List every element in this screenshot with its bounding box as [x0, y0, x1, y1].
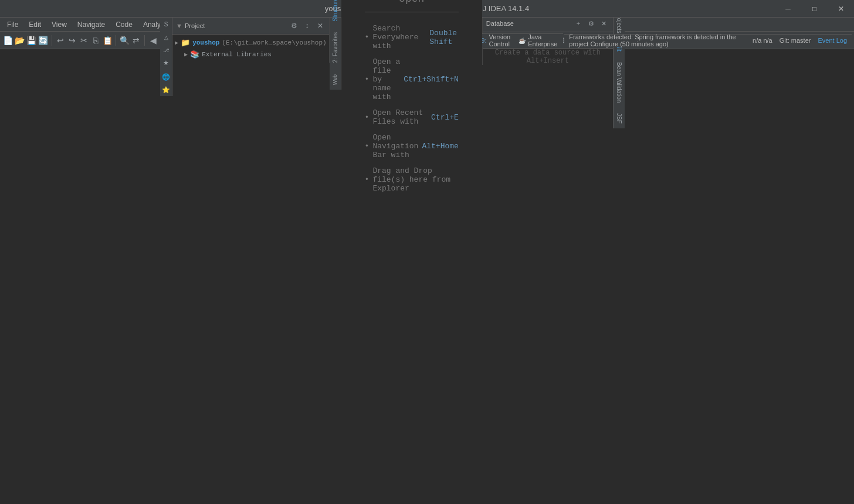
left-vtabs: Structure 2: Favorites Web — [330, 0, 341, 90]
sep1 — [52, 35, 52, 46]
vtab-favorites[interactable]: 2: Favorites — [330, 28, 341, 67]
database-header: Database + ⚙ ✕ — [483, 16, 613, 32]
sidebar-star-icon[interactable]: ⭐ — [160, 84, 172, 96]
status-right: n/a n/a Git: master Event Log — [753, 37, 847, 44]
replace-btn[interactable]: ⇄ — [131, 33, 141, 47]
menu-code[interactable]: Code — [111, 19, 137, 30]
sidebar-structure-icon[interactable]: S — [160, 19, 172, 30]
hint-drag-text: Drag and Drop file(s) here from Explorer — [372, 166, 458, 193]
tree-lib-icon: 📚 — [190, 50, 199, 59]
status-position: n/a n/a — [753, 37, 772, 44]
project-panel: ▼ Project ⚙ ↕ ✕ ▶ 📁 youshop (E:\git_work… — [172, 18, 329, 63]
copy-btn[interactable]: ⎘ — [90, 33, 101, 47]
tomcat-btn[interactable]: J 1 S △ ⎇ ★ 🌐 ⭐ ▼ Project ⚙ ↕ ✕ ▶ 📁 yous… — [385, 33, 399, 47]
menu-navigate[interactable]: Navigate — [73, 19, 110, 30]
db-close-btn[interactable]: ✕ — [599, 18, 609, 29]
right-vtabs: Ant Build Maven Projects Git Bean Valida… — [613, 0, 625, 128]
undo-btn[interactable]: ↩ — [55, 33, 65, 47]
project-dropdown-icon: ▼ — [176, 22, 182, 29]
project-settings-gear-icon[interactable]: ⚙ — [289, 21, 300, 31]
open-btn[interactable]: 📂 — [14, 33, 25, 47]
sep2 — [116, 35, 116, 46]
database-title: Database — [486, 20, 571, 27]
db-add-btn[interactable]: + — [573, 18, 584, 29]
menu-file[interactable]: File — [2, 19, 23, 30]
new-file-btn[interactable]: 📄 — [2, 33, 13, 47]
hint-search: • Search Everywhere with Double Shift — [365, 24, 459, 50]
save-btn[interactable]: 💾 — [26, 33, 36, 47]
database-content: Create a data source with Alt+Insert — [483, 49, 613, 65]
tree-ext-arrow-icon: ▶ — [184, 51, 188, 58]
no-files-title: No files are open — [365, 0, 459, 12]
sep3 — [144, 35, 145, 46]
btool-vcs[interactable]: 9: Version Control — [477, 32, 514, 49]
close-button[interactable]: ✕ — [828, 0, 854, 18]
hint-recent: • Open Recent Files with Ctrl+E — [365, 108, 459, 126]
nav-back-btn[interactable]: ◀ — [148, 33, 158, 47]
hint-key-open: Ctrl+Shift+N — [404, 75, 459, 84]
tree-root-path: (E:\git_work_space\youshop) — [222, 39, 326, 46]
hint-nav-bar: • Open Navigation Bar with Alt+Home — [365, 133, 459, 159]
minimize-button[interactable]: ─ — [775, 0, 801, 18]
no-files-container: No files are open • Search Everywhere wi… — [341, 0, 482, 205]
menu-view[interactable]: View — [47, 19, 72, 30]
paste-btn[interactable]: 📋 — [102, 33, 113, 47]
tree-root-name: youshop — [192, 39, 219, 46]
rvtab-jsf[interactable]: JSF — [614, 108, 625, 128]
menu-edit[interactable]: Edit — [24, 19, 46, 30]
cut-btn[interactable]: ✂ — [79, 33, 89, 47]
sync-btn[interactable]: 🔄 — [38, 33, 49, 47]
project-collapse-icon[interactable]: ↕ — [302, 21, 313, 31]
window-controls: ─ □ ✕ — [775, 0, 854, 18]
hint-drag-drop: • Drag and Drop file(s) here from Explor… — [365, 166, 459, 193]
hint-key-recent: Ctrl+E — [431, 113, 459, 122]
status-bar: Frameworks detected: Spring framework is… — [564, 34, 852, 47]
hint-open-file: • Open a file by name with Ctrl+Shift+N — [365, 57, 459, 101]
rvtab-bean[interactable]: Bean Validation — [614, 57, 625, 107]
toolbar: 📄 📂 💾 🔄 ↩ ↪ ✂ ⎘ 📋 🔍 ⇄ ◀ ▶ ● youshop [tom… — [0, 32, 854, 49]
tree-root-arrow-icon: ▶ — [175, 39, 178, 46]
vtab-structure[interactable]: Structure — [330, 0, 341, 26]
vtab-web[interactable]: Web — [330, 70, 340, 90]
project-tree: ▶ 📁 youshop (E:\git_work_space\youshop) … — [172, 35, 328, 63]
sidebar-fav-icon[interactable]: ★ — [160, 57, 172, 69]
redo-btn[interactable]: ↪ — [67, 33, 77, 47]
btool-java-ee[interactable]: ☕ Java Enterprise — [515, 32, 561, 49]
sidebar-git-icon[interactable]: ⎇ — [160, 45, 172, 56]
status-git: Git: master — [780, 37, 811, 44]
event-log-link[interactable]: Event Log — [818, 37, 847, 44]
tree-ext-libs-label: External Libraries — [202, 51, 272, 58]
tree-folder-icon: 📁 — [181, 38, 190, 47]
hint-key-navbar: Alt+Home — [422, 142, 458, 151]
maximize-button[interactable]: □ — [801, 0, 828, 18]
find-btn[interactable]: 🔍 — [119, 33, 130, 47]
sidebar-changes-icon[interactable]: △ — [160, 32, 172, 43]
database-hint: Create a data source with Alt+Insert — [483, 49, 613, 65]
editor-area: J ) No files are open • Search Everywher… — [341, 0, 482, 205]
db-settings-btn[interactable]: ⚙ — [586, 18, 597, 29]
tree-root-item[interactable]: ▶ 📁 youshop (E:\git_work_space\youshop) — [172, 37, 328, 49]
project-header-label: Project — [185, 22, 287, 29]
project-header: ▼ Project ⚙ ↕ ✕ — [172, 18, 328, 35]
tree-ext-libs-item[interactable]: ▶ 📚 External Libraries — [172, 49, 328, 60]
project-close-icon[interactable]: ✕ — [315, 21, 326, 31]
hint-key-search: Double Shift — [429, 29, 459, 46]
status-message: Frameworks detected: Spring framework is… — [569, 33, 748, 47]
sidebar-web-icon[interactable]: 🌐 — [160, 71, 172, 83]
